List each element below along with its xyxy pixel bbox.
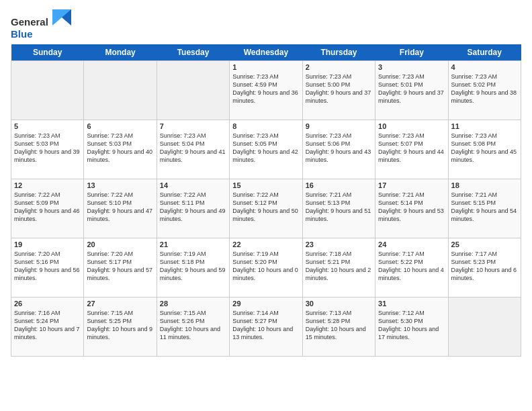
day-number: 20: [87, 240, 153, 248]
day-number: 27: [87, 300, 153, 308]
calendar-cell: 18Sunrise: 7:21 AMSunset: 5:15 PMDayligh…: [448, 179, 521, 238]
days-header-row: SundayMondayTuesdayWednesdayThursdayFrid…: [11, 44, 521, 61]
calendar-cell: 9Sunrise: 7:23 AMSunset: 5:06 PMDaylight…: [302, 120, 375, 179]
calendar-cell: 4Sunrise: 7:23 AMSunset: 5:02 PMDaylight…: [448, 61, 521, 120]
calendar-cell: [84, 61, 157, 120]
cell-content: Sunrise: 7:20 AMSunset: 5:17 PMDaylight:…: [87, 250, 153, 283]
calendar-cell: 8Sunrise: 7:23 AMSunset: 5:05 PMDaylight…: [230, 120, 302, 179]
day-number: 26: [14, 300, 81, 308]
day-number: 7: [160, 122, 226, 130]
calendar-container: General Blue SundayMondayTuesdayWednesda…: [0, 0, 532, 363]
cell-content: Sunrise: 7:19 AMSunset: 5:18 PMDaylight:…: [160, 250, 226, 283]
calendar-cell: 16Sunrise: 7:21 AMSunset: 5:13 PMDayligh…: [302, 179, 375, 238]
calendar-table: SundayMondayTuesdayWednesdayThursdayFrid…: [11, 44, 521, 357]
cell-content: Sunrise: 7:23 AMSunset: 5:06 PMDaylight:…: [306, 132, 372, 165]
calendar-cell: 22Sunrise: 7:19 AMSunset: 5:20 PMDayligh…: [230, 238, 302, 298]
day-number: 6: [87, 122, 153, 130]
cell-content: Sunrise: 7:22 AMSunset: 5:11 PMDaylight:…: [160, 191, 226, 224]
day-header-friday: Friday: [375, 44, 448, 61]
day-number: 17: [378, 181, 445, 189]
day-number: 8: [232, 122, 299, 130]
day-number: 15: [232, 181, 299, 189]
day-number: 5: [14, 122, 81, 130]
day-header-wednesday: Wednesday: [230, 44, 302, 61]
calendar-cell: 15Sunrise: 7:22 AMSunset: 5:12 PMDayligh…: [230, 179, 302, 238]
calendar-cell: 25Sunrise: 7:17 AMSunset: 5:23 PMDayligh…: [448, 238, 521, 298]
calendar-cell: 13Sunrise: 7:22 AMSunset: 5:10 PMDayligh…: [84, 179, 157, 238]
day-number: 1: [232, 63, 299, 71]
calendar-cell: 30Sunrise: 7:13 AMSunset: 5:28 PMDayligh…: [302, 298, 375, 357]
day-number: 10: [378, 122, 445, 130]
calendar-cell: 10Sunrise: 7:23 AMSunset: 5:07 PMDayligh…: [375, 120, 448, 179]
day-number: 2: [306, 63, 372, 71]
calendar-cell: 19Sunrise: 7:20 AMSunset: 5:16 PMDayligh…: [11, 238, 84, 298]
calendar-cell: 1Sunrise: 7:23 AMSunset: 4:59 PMDaylight…: [230, 61, 302, 120]
calendar-cell: 31Sunrise: 7:12 AMSunset: 5:30 PMDayligh…: [375, 298, 448, 357]
calendar-cell: 21Sunrise: 7:19 AMSunset: 5:18 PMDayligh…: [157, 238, 229, 298]
calendar-cell: 7Sunrise: 7:23 AMSunset: 5:04 PMDaylight…: [157, 120, 229, 179]
logo-general-text: General: [11, 16, 48, 28]
day-header-sunday: Sunday: [11, 44, 84, 61]
cell-content: Sunrise: 7:23 AMSunset: 5:04 PMDaylight:…: [160, 132, 226, 165]
calendar-cell: [448, 298, 521, 357]
calendar-cell: 29Sunrise: 7:14 AMSunset: 5:27 PMDayligh…: [230, 298, 302, 357]
day-number: 13: [87, 181, 153, 189]
cell-content: Sunrise: 7:17 AMSunset: 5:23 PMDaylight:…: [451, 250, 518, 283]
cell-content: Sunrise: 7:21 AMSunset: 5:14 PMDaylight:…: [378, 191, 445, 224]
calendar-cell: 27Sunrise: 7:15 AMSunset: 5:25 PMDayligh…: [84, 298, 157, 357]
cell-content: Sunrise: 7:22 AMSunset: 5:10 PMDaylight:…: [87, 191, 153, 224]
cell-content: Sunrise: 7:12 AMSunset: 5:30 PMDaylight:…: [378, 309, 445, 342]
cell-content: Sunrise: 7:20 AMSunset: 5:16 PMDaylight:…: [14, 250, 81, 283]
day-number: 16: [306, 181, 372, 189]
day-number: 18: [451, 181, 518, 189]
day-number: 30: [306, 300, 372, 308]
cell-content: Sunrise: 7:23 AMSunset: 5:08 PMDaylight:…: [451, 132, 518, 165]
cell-content: Sunrise: 7:19 AMSunset: 5:20 PMDaylight:…: [232, 250, 299, 283]
cell-content: Sunrise: 7:23 AMSunset: 5:00 PMDaylight:…: [306, 73, 372, 105]
day-number: 19: [14, 240, 81, 248]
day-header-tuesday: Tuesday: [157, 44, 229, 61]
calendar-cell: 28Sunrise: 7:15 AMSunset: 5:26 PMDayligh…: [157, 298, 229, 357]
day-number: 29: [232, 300, 299, 308]
cell-content: Sunrise: 7:23 AMSunset: 5:01 PMDaylight:…: [378, 73, 445, 105]
day-number: 9: [306, 122, 372, 130]
cell-content: Sunrise: 7:15 AMSunset: 5:26 PMDaylight:…: [160, 309, 226, 342]
calendar-cell: 14Sunrise: 7:22 AMSunset: 5:11 PMDayligh…: [157, 179, 229, 238]
calendar-week-4: 19Sunrise: 7:20 AMSunset: 5:16 PMDayligh…: [11, 238, 521, 298]
cell-content: Sunrise: 7:23 AMSunset: 5:07 PMDaylight:…: [378, 132, 445, 165]
day-header-saturday: Saturday: [448, 44, 521, 61]
day-number: 25: [451, 240, 518, 248]
logo: General Blue: [11, 9, 71, 40]
day-number: 12: [14, 181, 81, 189]
cell-content: Sunrise: 7:21 AMSunset: 5:15 PMDaylight:…: [451, 191, 518, 224]
calendar-week-2: 5Sunrise: 7:23 AMSunset: 5:03 PMDaylight…: [11, 120, 521, 179]
day-number: 22: [232, 240, 299, 248]
calendar-week-1: 1Sunrise: 7:23 AMSunset: 4:59 PMDaylight…: [11, 61, 521, 120]
calendar-cell: 24Sunrise: 7:17 AMSunset: 5:22 PMDayligh…: [375, 238, 448, 298]
calendar-cell: 17Sunrise: 7:21 AMSunset: 5:14 PMDayligh…: [375, 179, 448, 238]
day-number: 24: [378, 240, 445, 248]
day-number: 3: [378, 63, 445, 71]
day-number: 28: [160, 300, 226, 308]
day-number: 11: [451, 122, 518, 130]
calendar-cell: 6Sunrise: 7:23 AMSunset: 5:03 PMDaylight…: [84, 120, 157, 179]
cell-content: Sunrise: 7:23 AMSunset: 4:59 PMDaylight:…: [232, 73, 299, 105]
day-number: 14: [160, 181, 226, 189]
cell-content: Sunrise: 7:22 AMSunset: 5:12 PMDaylight:…: [232, 191, 299, 224]
cell-content: Sunrise: 7:23 AMSunset: 5:02 PMDaylight:…: [451, 73, 518, 105]
cell-content: Sunrise: 7:16 AMSunset: 5:24 PMDaylight:…: [14, 309, 81, 342]
calendar-cell: 2Sunrise: 7:23 AMSunset: 5:00 PMDaylight…: [302, 61, 375, 120]
cell-content: Sunrise: 7:22 AMSunset: 5:09 PMDaylight:…: [14, 191, 81, 224]
day-header-monday: Monday: [84, 44, 157, 61]
calendar-week-3: 12Sunrise: 7:22 AMSunset: 5:09 PMDayligh…: [11, 179, 521, 238]
day-number: 21: [160, 240, 226, 248]
cell-content: Sunrise: 7:23 AMSunset: 5:03 PMDaylight:…: [14, 132, 81, 165]
calendar-cell: 3Sunrise: 7:23 AMSunset: 5:01 PMDaylight…: [375, 61, 448, 120]
day-header-thursday: Thursday: [302, 44, 375, 61]
day-number: 31: [378, 300, 445, 308]
calendar-week-5: 26Sunrise: 7:16 AMSunset: 5:24 PMDayligh…: [11, 298, 521, 357]
logo-blue-text: Blue: [11, 28, 33, 40]
cell-content: Sunrise: 7:23 AMSunset: 5:03 PMDaylight:…: [87, 132, 153, 165]
cell-content: Sunrise: 7:17 AMSunset: 5:22 PMDaylight:…: [378, 250, 445, 283]
calendar-cell: 20Sunrise: 7:20 AMSunset: 5:17 PMDayligh…: [84, 238, 157, 298]
